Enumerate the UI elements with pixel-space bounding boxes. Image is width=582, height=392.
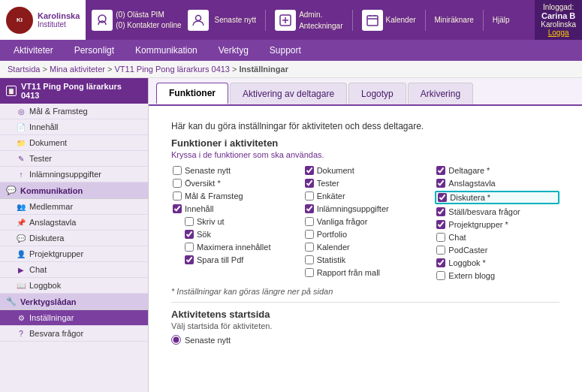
sidebar-item-projektgrupper[interactable]: 👤 Projektgrupper: [0, 246, 148, 262]
cb-portfolio-input[interactable]: [305, 230, 314, 239]
cb-portfolio[interactable]: Portfolio: [303, 229, 428, 240]
admin-label: Admin.: [299, 9, 342, 20]
admin-icon[interactable]: [275, 10, 296, 31]
cb-extern-blogg[interactable]: Extern blogg: [435, 270, 559, 281]
cb-extern-input[interactable]: [436, 271, 445, 280]
cb-diskutera-input[interactable]: [438, 193, 447, 202]
cb-tester[interactable]: Tester: [303, 178, 428, 188]
cb-kalender[interactable]: Kalender: [303, 242, 428, 252]
cb-loggbok[interactable]: Loggbok *: [435, 258, 559, 268]
cb-projektgrupper[interactable]: Projektgrupper *: [435, 219, 559, 230]
logged-in-label: Inloggad:: [543, 3, 574, 11]
cb-anslagstavla[interactable]: Anslagstavla: [435, 178, 559, 188]
cb-senaste-nytt-input[interactable]: [173, 166, 182, 175]
radio-senaste-input[interactable]: [171, 335, 181, 345]
calendar-icon[interactable]: [362, 10, 383, 31]
sidebar-item-installningar[interactable]: ⚙ Inställningar: [0, 310, 148, 326]
sidebar-item-tester[interactable]: ✎ Tester: [0, 151, 148, 167]
cb-kalender-input[interactable]: [305, 243, 314, 252]
cb-innehall-input[interactable]: [173, 204, 182, 213]
breadcrumb-startsida[interactable]: Startsida: [8, 65, 40, 74]
cb-deltagare-input[interactable]: [436, 166, 445, 175]
latest-news-link[interactable]: Senaste nytt: [215, 14, 257, 26]
tab-logotyp[interactable]: Logotyp: [348, 83, 406, 104]
cb-deltagare[interactable]: Deltagare *: [435, 165, 559, 176]
sidebar-item-inlamning[interactable]: ↑ Inlämningsuppgifter: [0, 167, 148, 182]
breadcrumb-sep1: >: [42, 65, 49, 74]
cb-dokument-input[interactable]: [305, 166, 314, 175]
header-nav: (0) Olästa PIM (0) Kontakter online Sena…: [86, 0, 535, 40]
cb-skriv-ut[interactable]: Skriv ut: [171, 216, 296, 227]
nav-tab-personligt[interactable]: Personligt: [64, 42, 125, 59]
cb-chat-input[interactable]: [436, 233, 445, 242]
cb-loggbok-input[interactable]: [436, 258, 445, 267]
sidebar-item-dokument[interactable]: 📁 Dokument: [0, 135, 148, 151]
mini-calculator-label[interactable]: Miniräknare: [435, 14, 474, 26]
cb-enkater-input[interactable]: [305, 191, 314, 201]
sidebar-item-innehall[interactable]: 📄 Innehåll: [0, 119, 148, 135]
breadcrumb-course[interactable]: VT11 Ping Pong lärarkurs 0413: [115, 65, 230, 74]
sidebar-item-loggbok[interactable]: 📖 Loggbok: [0, 278, 148, 294]
sidebar-item-maal[interactable]: ◎ Mål & Framsteg: [0, 104, 148, 119]
nav-tab-support[interactable]: Support: [259, 42, 312, 59]
cb-diskutera[interactable]: Diskutera *: [435, 191, 559, 204]
sidebar-item-medlemmar[interactable]: 👥 Medlemmar: [0, 199, 148, 215]
cb-rapport[interactable]: Rapport från mall: [303, 267, 428, 278]
cb-senaste-nytt[interactable]: Senaste nytt: [171, 165, 296, 176]
cb-spara-pdf-input[interactable]: [185, 255, 194, 264]
radio-senaste-nytt[interactable]: Senaste nytt: [171, 335, 559, 345]
cb-vanliga-input[interactable]: [305, 217, 314, 226]
tab-aktivering[interactable]: Aktivering av deltagare: [230, 83, 347, 104]
sidebar: 📋 VT11 Ping Pong lärarkurs 0413 ◎ Mål & …: [0, 78, 149, 392]
cb-skriv-ut-input[interactable]: [185, 217, 194, 226]
footnote: * Inställningar kan göras längre ner på …: [171, 287, 559, 296]
help-label[interactable]: Hjälp: [493, 16, 510, 24]
cb-chat[interactable]: Chat: [435, 232, 559, 243]
cb-maximera-input[interactable]: [185, 243, 194, 252]
cb-vanliga-fragor[interactable]: Vanliga frågor: [303, 216, 428, 227]
cb-sok[interactable]: Sök: [171, 229, 296, 240]
main-layout: 📋 VT11 Ping Pong lärarkurs 0413 ◎ Mål & …: [0, 78, 582, 392]
cb-dokument[interactable]: Dokument: [303, 165, 428, 176]
cb-anslagstavla-input[interactable]: [436, 179, 445, 188]
person-icon[interactable]: [188, 10, 209, 31]
nav-tab-kommunikation[interactable]: Kommunikation: [125, 42, 208, 59]
cb-podcaster-input[interactable]: [436, 246, 445, 255]
cb-rapport-input[interactable]: [305, 268, 314, 277]
tab-funktioner[interactable]: Funktioner: [156, 83, 228, 104]
cb-maal-framsteg[interactable]: Mål & Framsteg: [171, 191, 296, 201]
cb-stall-input[interactable]: [436, 207, 445, 216]
calendar-label[interactable]: Kalender: [386, 16, 416, 24]
sidebar-item-besvara[interactable]: ? Besvara frågor: [0, 326, 148, 342]
breadcrumb-mina-aktiviteter[interactable]: Mina aktiviteter: [50, 65, 105, 74]
cb-oversikt-input[interactable]: [173, 179, 182, 188]
cb-podcaster[interactable]: PodCaster: [435, 245, 559, 255]
cb-stall-besvara[interactable]: Ställ/besvara frågor: [435, 207, 559, 217]
nav-tab-verktyg[interactable]: Verktyg: [208, 42, 259, 59]
cb-tester-input[interactable]: [305, 179, 314, 188]
cb-inlamning-input[interactable]: [305, 204, 314, 213]
group-icon: 👤: [17, 249, 26, 258]
cb-maximera[interactable]: Maximera innehållet: [171, 242, 296, 252]
cb-maal-framsteg-input[interactable]: [173, 191, 182, 201]
cb-statistik-input[interactable]: [305, 255, 314, 264]
tab-arkivering[interactable]: Arkivering: [408, 83, 473, 104]
cb-spara-pdf[interactable]: Spara till Pdf: [171, 255, 296, 265]
pim-icon[interactable]: [92, 10, 113, 31]
cb-projektgrupper-input[interactable]: [436, 220, 445, 229]
sidebar-item-diskutera[interactable]: 💬 Diskutera: [0, 231, 148, 246]
cb-enkater[interactable]: Enkäter: [303, 191, 428, 201]
sidebar-item-anslagstavla[interactable]: 📌 Anslagstavla: [0, 215, 148, 231]
cb-sok-input[interactable]: [185, 230, 194, 239]
logout-button[interactable]: Logga: [548, 29, 569, 37]
top-header: KI Karolinska Institutet (0) Olästa PIM …: [0, 0, 582, 40]
nav-tab-aktiviteter[interactable]: Aktiviteter: [3, 42, 64, 59]
cb-statistik[interactable]: Statistik: [303, 255, 428, 265]
cb-oversikt[interactable]: Översikt *: [171, 178, 296, 188]
notes-label[interactable]: Anteckningar: [299, 20, 342, 32]
cb-inlamningsuppgifter[interactable]: Inlämningsuppgifter: [303, 204, 428, 214]
cb-innehall[interactable]: Innehåll: [171, 204, 296, 214]
divider: [171, 302, 559, 303]
sidebar-item-chat[interactable]: ▶ Chat: [0, 262, 148, 278]
chat-icon: 💬: [17, 234, 26, 243]
